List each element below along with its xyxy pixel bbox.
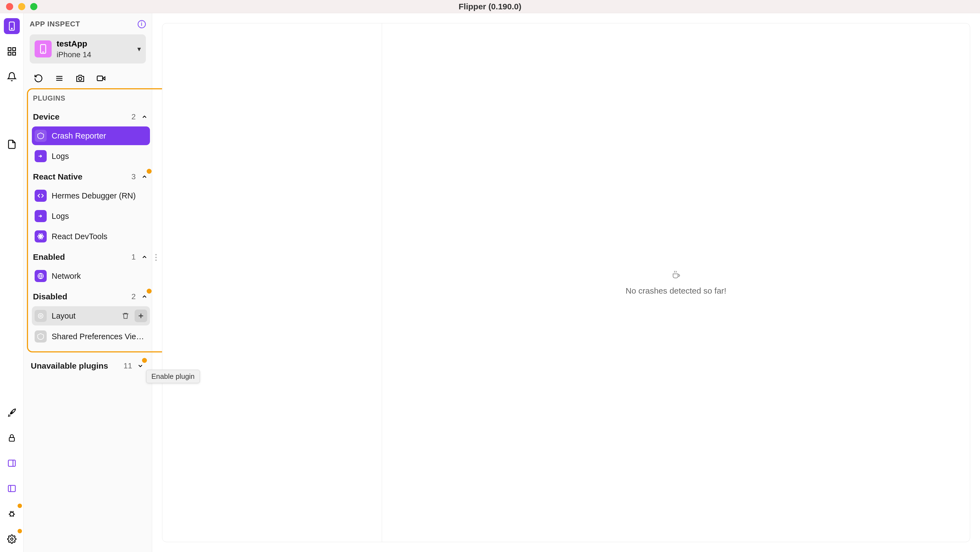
delete-plugin-button[interactable] xyxy=(119,310,132,322)
chevron-up-icon xyxy=(141,254,148,260)
svg-point-12 xyxy=(10,538,13,541)
window-title: Flipper (0.190.0) xyxy=(459,2,521,11)
nav-panel-right[interactable] xyxy=(4,455,20,471)
plugin-layout[interactable]: Layout xyxy=(32,306,150,325)
box-icon xyxy=(35,330,47,343)
chevron-up-icon xyxy=(141,113,148,120)
plugin-react-devtools[interactable]: React DevTools xyxy=(32,227,150,246)
inspector-sidebar: APP INSPECT i testApp iPhone 14 ▾ xyxy=(24,13,152,552)
plugin-group-enabled[interactable]: Enabled 1 ⋮ xyxy=(32,247,150,266)
plugin-label: Shared Preferences Viewer xyxy=(52,332,147,341)
attention-dot xyxy=(18,504,22,508)
inspect-header-label: APP INSPECT xyxy=(30,20,80,28)
main-content: No crashes detected so far! xyxy=(152,13,980,552)
svg-rect-2 xyxy=(8,48,11,51)
plugin-label: Network xyxy=(52,271,147,281)
plugin-network[interactable]: Network xyxy=(32,266,150,286)
plugin-shared-preferences[interactable]: Shared Preferences Viewer xyxy=(32,327,150,346)
attention-dot xyxy=(147,289,152,294)
nav-rocket[interactable] xyxy=(4,405,20,421)
panel-left-icon xyxy=(7,484,16,493)
plugin-label: Logs xyxy=(52,152,147,161)
group-label: Enabled xyxy=(33,252,65,262)
enable-plugin-button[interactable] xyxy=(135,310,147,322)
plugin-hermes-debugger[interactable]: Hermes Debugger (RN) xyxy=(32,187,150,205)
nav-connections[interactable] xyxy=(4,43,20,59)
svg-point-1 xyxy=(11,28,12,29)
plugin-label: Logs xyxy=(52,212,147,221)
selected-app-name: testApp xyxy=(57,38,132,49)
screenshot-button[interactable] xyxy=(75,73,85,83)
lock-icon xyxy=(7,434,16,442)
svg-rect-3 xyxy=(13,48,16,51)
camera-icon xyxy=(76,74,85,83)
menu-button[interactable] xyxy=(54,73,64,83)
attention-dot xyxy=(147,169,152,174)
phone-icon xyxy=(38,44,48,54)
svg-rect-7 xyxy=(8,460,15,466)
plugin-logs-rn[interactable]: Logs xyxy=(32,207,150,225)
video-icon xyxy=(96,74,106,83)
grid-icon xyxy=(7,46,17,56)
menu-icon xyxy=(55,74,64,83)
chevron-up-icon xyxy=(141,174,148,180)
chevron-up-icon xyxy=(141,293,148,300)
more-options-button[interactable]: ⋮ xyxy=(152,253,160,262)
nav-settings[interactable] xyxy=(4,531,20,547)
device-icon xyxy=(35,40,52,57)
svg-rect-19 xyxy=(97,76,103,81)
plugin-crash-reporter[interactable]: Crash Reporter xyxy=(32,126,150,145)
bell-icon xyxy=(7,72,17,81)
nav-notifications[interactable] xyxy=(4,69,20,85)
chevron-down-icon: ▾ xyxy=(137,45,141,53)
inspect-header: APP INSPECT i xyxy=(30,20,146,28)
attention-dot xyxy=(18,529,22,533)
plugin-logs-device[interactable]: Logs xyxy=(32,147,150,166)
group-label: Unavailable plugins xyxy=(31,361,108,370)
logs-icon xyxy=(35,210,47,222)
group-label: Disabled xyxy=(33,292,67,301)
content-right-pane: No crashes detected so far! xyxy=(382,23,970,542)
crash-reporter-icon xyxy=(35,130,47,142)
svg-rect-5 xyxy=(13,52,16,55)
titlebar: Flipper (0.190.0) xyxy=(0,0,980,13)
plugin-group-device[interactable]: Device 2 xyxy=(32,107,150,126)
nav-document[interactable] xyxy=(4,136,20,152)
plugin-label: Hermes Debugger (RN) xyxy=(52,191,147,200)
nav-app-inspect[interactable] xyxy=(4,18,20,34)
nav-bug[interactable] xyxy=(4,506,20,522)
info-icon[interactable]: i xyxy=(138,20,146,28)
reload-button[interactable] xyxy=(33,73,43,83)
plugin-group-react-native[interactable]: React Native 3 xyxy=(32,167,150,187)
maximize-window-button[interactable] xyxy=(30,3,37,10)
plugin-label: Layout xyxy=(52,311,114,321)
svg-rect-9 xyxy=(8,485,15,492)
panel-right-icon xyxy=(7,458,16,468)
nav-panel-left[interactable] xyxy=(4,480,20,496)
record-button[interactable] xyxy=(96,73,106,83)
svg-point-29 xyxy=(38,314,43,318)
plugin-group-unavailable[interactable]: Unavailable plugins 11 xyxy=(30,356,146,374)
phone-icon xyxy=(7,21,17,31)
group-count: 2 xyxy=(131,112,136,121)
action-row xyxy=(30,71,146,90)
device-selector[interactable]: testApp iPhone 14 ▾ xyxy=(30,34,146,64)
svg-point-23 xyxy=(40,236,41,237)
group-count: 1 xyxy=(131,253,136,262)
tooltip-enable-plugin: Enable plugin xyxy=(146,370,200,383)
group-label: React Native xyxy=(33,172,83,182)
group-count: 3 xyxy=(131,172,136,181)
traffic-lights xyxy=(0,3,37,10)
plugin-group-disabled[interactable]: Disabled 2 xyxy=(32,287,150,306)
plugin-label: Crash Reporter xyxy=(52,131,147,140)
plus-icon xyxy=(137,312,145,320)
chevron-down-icon xyxy=(137,362,144,369)
bug-icon xyxy=(7,509,16,518)
svg-rect-6 xyxy=(9,438,14,441)
nav-lock[interactable] xyxy=(4,430,20,446)
code-icon xyxy=(35,190,47,202)
empty-message: No crashes detected so far! xyxy=(626,286,727,295)
device-info: testApp iPhone 14 xyxy=(57,38,132,60)
minimize-window-button[interactable] xyxy=(18,3,25,10)
close-window-button[interactable] xyxy=(6,3,13,10)
